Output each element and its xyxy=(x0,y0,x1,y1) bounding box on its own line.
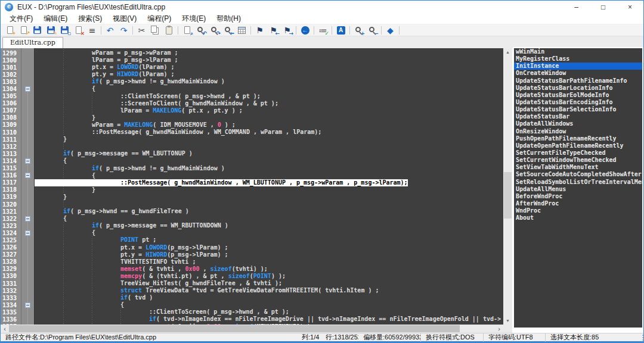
tab-editultra[interactable]: EditUltra.cpp xyxy=(2,37,63,48)
close-button[interactable]: × xyxy=(617,1,643,14)
code-line[interactable]: 1328TVHITTESTINFO tvhti ; xyxy=(1,258,503,266)
symbol-item[interactable]: OnCreateWindow xyxy=(514,70,642,77)
menu-item-edit[interactable]: 编辑(E) xyxy=(38,13,73,24)
symbol-item[interactable]: OnResizeWindow xyxy=(514,128,642,135)
menu-item-program[interactable]: 编程(P) xyxy=(142,13,177,24)
save-all-icon[interactable]: ▫ xyxy=(58,25,72,36)
find-previous-icon[interactable]: ↶ xyxy=(194,25,208,36)
symbol-item[interactable]: wWinMain xyxy=(514,48,642,55)
paste-icon[interactable] xyxy=(162,25,176,36)
symbol-item[interactable]: SetCurrentWindowThemeChecked xyxy=(514,157,642,164)
find-icon[interactable]: ⌕ xyxy=(180,25,194,36)
code-line[interactable]: 1323if( p_msg->message == WM_RBUTTONDOWN… xyxy=(1,222,503,229)
code-line[interactable]: 1316{ xyxy=(1,172,503,179)
code-line[interactable]: 1300lParam = p_msg->lParam ; xyxy=(1,57,503,64)
code-line[interactable]: 1304{ xyxy=(1,85,503,92)
file-list-icon[interactable]: ≡ xyxy=(85,25,99,36)
fold-marker-icon[interactable] xyxy=(25,86,30,92)
scroll-down-arrow-icon[interactable]: ▼ xyxy=(503,317,512,325)
zoom-out-icon[interactable]: − xyxy=(366,25,379,36)
code-line[interactable]: 1302pt.y = HIWORD(lParam) ; xyxy=(1,71,503,78)
symbol-item[interactable]: UpdateStatusBarSelectionInfo xyxy=(514,106,642,113)
code-line[interactable]: 1317::PostMessage( g_hwndMainWindow , WM… xyxy=(1,179,503,186)
code-line[interactable]: 1322{ xyxy=(1,215,503,222)
fold-marker-icon[interactable] xyxy=(25,303,30,308)
code-line[interactable]: 1318} xyxy=(1,186,503,194)
code-line[interactable]: 1305::ClientToScreen( p_msg->hwnd , & pt… xyxy=(1,93,503,100)
scroll-left-arrow-icon[interactable]: ‹ xyxy=(1,325,9,333)
horizontal-scrollbar[interactable]: ‹ › xyxy=(1,325,512,333)
symbol-item[interactable]: UpdateOpenPathFilenameRecently xyxy=(514,142,642,149)
cut-icon[interactable]: ✂ xyxy=(135,25,148,36)
symbol-item[interactable]: UpdateStatusBarLocationInfo xyxy=(514,85,642,92)
back-icon[interactable]: ← xyxy=(298,25,312,36)
open-file-icon[interactable]: ↗ xyxy=(17,25,30,36)
code-line[interactable]: 1324{ xyxy=(1,229,503,236)
new-file-icon[interactable]: ✶ xyxy=(3,25,17,36)
prev-bookmark-icon[interactable]: ⚑← xyxy=(267,25,280,36)
symbol-item[interactable]: PushOpenPathFilenameRecently xyxy=(514,135,642,142)
copy-icon[interactable] xyxy=(148,25,162,36)
fold-marker-icon[interactable] xyxy=(25,173,30,178)
code-line[interactable]: 1333if( tvd ) xyxy=(1,294,503,301)
code-line[interactable]: 1313if( p_msg->message == WM_LBUTTONUP ) xyxy=(1,150,503,157)
symbol-item[interactable]: UpdateAllWindows xyxy=(514,120,642,127)
menu-item-search[interactable]: 搜索(S) xyxy=(73,13,107,24)
symbol-item[interactable]: AfterWndProc xyxy=(514,200,642,207)
code-line[interactable]: 1312 xyxy=(1,143,503,150)
code-line[interactable]: 1310::PostMessage( g_hwndMainWindow , WM… xyxy=(1,129,503,136)
menu-item-view[interactable]: 视图(V) xyxy=(107,13,142,24)
symbol-item[interactable]: SetReloadSymbolListOrTreeIntervalMen xyxy=(514,179,642,186)
symbol-item[interactable]: UpdateStatusBarEncodingInfo xyxy=(514,99,642,106)
menu-item-help[interactable]: 帮助(H) xyxy=(211,13,246,24)
fold-marker-icon[interactable] xyxy=(25,216,30,222)
symbol-item[interactable]: InitInstance xyxy=(514,63,642,70)
symbol-item[interactable]: UpdateStatusBar xyxy=(514,113,642,120)
code-line[interactable]: 1315if( p_msg->hwnd != g_hwndMainWindow … xyxy=(1,165,503,172)
symbol-item[interactable]: WndProc xyxy=(514,207,642,214)
code-line[interactable]: 1332struct TreeViewData *tvd = GetTreeVi… xyxy=(1,287,503,294)
symbol-item[interactable]: BeforeWndProc xyxy=(514,193,642,200)
vertical-scroll-thumb[interactable] xyxy=(504,172,512,219)
code-line[interactable]: 1326pt.x = LOWORD(p_msg->lParam) ; xyxy=(1,244,503,251)
redo-icon[interactable]: ↷ xyxy=(117,25,131,36)
code-line[interactable]: 1331TreeView_HitTest( g_hwndFileTree , &… xyxy=(1,280,503,287)
code-line[interactable]: 1321if( p_msg->hwnd == g_hwndFileTree ) xyxy=(1,208,503,215)
about-icon[interactable]: ◆ xyxy=(383,25,397,36)
code-line[interactable]: 1325POINT pt ; xyxy=(1,236,503,244)
symbol-item[interactable]: UpdateStatusBarPathFilenameInfo xyxy=(514,77,642,85)
syntax-color-icon[interactable]: A xyxy=(334,25,348,36)
horizontal-scroll-thumb[interactable] xyxy=(9,325,460,332)
code-line[interactable]: 1307lParam = MAKELONG( pt.x , pt.y ) ; xyxy=(1,107,503,114)
save-icon[interactable] xyxy=(30,25,44,36)
code-line[interactable]: 1309wParam = MAKELONG( IDM_MOUSEMOVE , 0… xyxy=(1,121,503,129)
code-line[interactable]: 1334{ xyxy=(1,301,503,308)
replace-icon[interactable]: ⇐ xyxy=(221,25,235,36)
bookmark-icon[interactable]: ⚑ xyxy=(253,25,267,36)
menu-item-environment[interactable]: 环境(E) xyxy=(177,13,211,24)
code-line[interactable]: 1327pt.y = HIWORD(p_msg->lParam) ; xyxy=(1,251,503,258)
zoom-in-icon[interactable]: + xyxy=(352,25,366,36)
code-line[interactable]: 1308} xyxy=(1,114,503,121)
code-line[interactable]: 1330memcpy( & (tvhti.pt) , & pt , sizeof… xyxy=(1,273,503,280)
code-line[interactable]: 1301pt.x = LOWORD(lParam) ; xyxy=(1,64,503,71)
code-line[interactable]: 1299wParam = p_msg->wParam ; xyxy=(1,49,503,57)
code-line[interactable]: 1320 xyxy=(1,201,503,208)
vertical-scrollbar[interactable]: ▲ ▼ xyxy=(503,48,512,325)
symbol-item[interactable]: UpdateAllMenus xyxy=(514,186,642,193)
code-line[interactable]: 1306::ScreenToClient( g_hwndMainWindow ,… xyxy=(1,100,503,107)
symbol-item[interactable]: MyRegisterClass xyxy=(514,55,642,63)
symbol-item[interactable]: About xyxy=(514,214,642,222)
fold-marker-icon[interactable] xyxy=(25,158,30,164)
symbol-item[interactable]: SetViewTabWidthMenuText xyxy=(514,164,642,171)
undo-icon[interactable]: ↶ xyxy=(103,25,117,36)
code-line[interactable]: 1329memset( & tvhti , 0x00 , sizeof(tvht… xyxy=(1,266,503,273)
resize-grip[interactable] xyxy=(637,335,643,341)
minimize-button[interactable]: – xyxy=(563,1,590,14)
code-line[interactable]: 1314{ xyxy=(1,157,503,164)
scroll-up-arrow-icon[interactable]: ▲ xyxy=(503,48,512,56)
code-line[interactable]: 1336if( tvd->nImageIndex == nFileTreeIma… xyxy=(1,316,503,323)
close-file-icon[interactable]: × xyxy=(72,25,85,36)
replace-all-icon[interactable] xyxy=(235,25,249,36)
symbol-item[interactable]: SetCurrentFileTypeChecked xyxy=(514,149,642,157)
